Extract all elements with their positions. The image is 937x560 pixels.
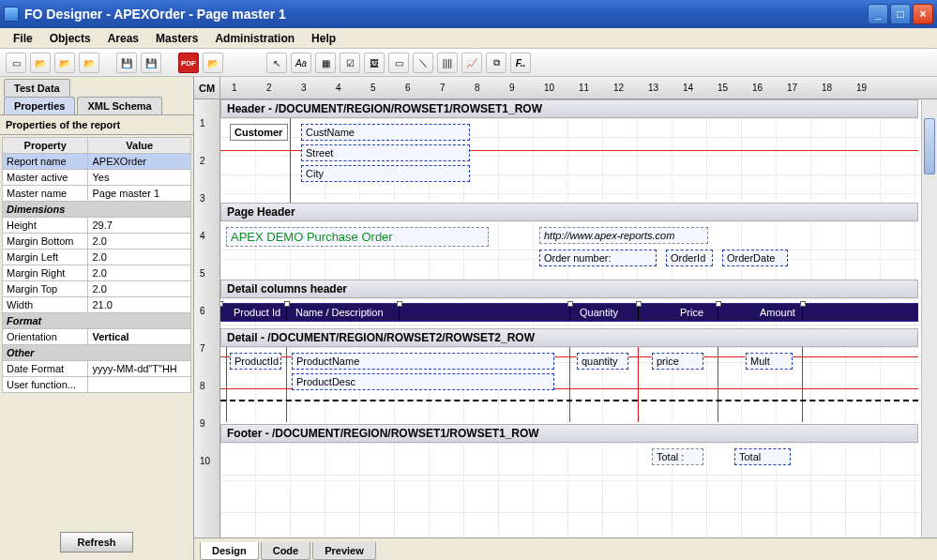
val-master-active[interactable]: Yes <box>88 170 191 186</box>
design-canvas[interactable]: Header - /DOCUMENT/REGION/ROWSET1/ROWSET… <box>220 99 937 537</box>
tab-test-data[interactable]: Test Data <box>4 79 70 97</box>
tab-xml-schema[interactable]: XML Schema <box>77 97 161 114</box>
region-detail[interactable]: Detail - /DOCUMENT/REGION/ROWSET2/ROWSET… <box>220 328 918 422</box>
prop-user-function[interactable]: User function... <box>3 377 88 393</box>
field-demo-title[interactable]: APEX DEMO Purchase Order <box>226 227 489 247</box>
val-margin-top[interactable]: 2.0 <box>88 281 191 297</box>
field-total[interactable]: Total <box>734 448 791 465</box>
prop-margin-top[interactable]: Margin Top <box>3 281 88 297</box>
menu-masters[interactable]: Masters <box>148 29 205 48</box>
menu-areas[interactable]: Areas <box>100 29 146 48</box>
prop-date-format[interactable]: Date Format <box>3 361 88 377</box>
val-orientation[interactable]: Vertical <box>88 329 191 345</box>
field-orderid[interactable]: OrderId <box>666 250 713 266</box>
save-as-icon[interactable]: 💾 <box>141 53 161 73</box>
tab-design[interactable]: Design <box>200 542 259 560</box>
val-margin-bottom[interactable]: 2.0 <box>88 234 191 250</box>
prop-margin-bottom[interactable]: Margin Bottom <box>3 234 88 250</box>
prop-report-name[interactable]: Report name <box>3 154 88 170</box>
prop-orientation[interactable]: Orientation <box>3 329 88 345</box>
field-url[interactable]: http://www.apex-reports.com <box>539 227 708 244</box>
prop-master-name[interactable]: Master name <box>3 186 88 202</box>
chart-icon[interactable]: 📈 <box>461 53 482 73</box>
prop-width[interactable]: Width <box>3 297 88 313</box>
menu-administration[interactable]: Administration <box>207 29 302 48</box>
prop-margin-left[interactable]: Margin Left <box>3 250 88 265</box>
line-icon[interactable]: ＼ <box>413 53 433 73</box>
open-icon[interactable]: 📂 <box>30 53 51 73</box>
rect-icon[interactable]: ▭ <box>388 53 409 73</box>
maximize-button[interactable]: □ <box>890 4 911 24</box>
window-title: FO Designer - APEXOrder - Page master 1 <box>24 7 868 22</box>
app-icon <box>4 7 19 22</box>
col-name: Name / Description <box>295 307 384 318</box>
region-page-header-title: Page Header <box>220 203 918 221</box>
region-detail-title: Detail - /DOCUMENT/REGION/ROWSET2/ROWSET… <box>220 328 918 347</box>
barcode-icon[interactable]: |||| <box>437 53 458 73</box>
design-pane: CM 12345678910111213141516171819 1234567… <box>194 77 937 560</box>
field-mult[interactable]: Mult <box>746 353 793 370</box>
close-button[interactable]: × <box>913 4 933 24</box>
col-price: Price <box>680 307 703 318</box>
text-icon[interactable]: Aa <box>291 53 311 73</box>
prop-margin-right[interactable]: Margin Right <box>3 265 88 281</box>
field-order-number-label[interactable]: Order number: <box>539 250 657 266</box>
cursor-icon[interactable]: ↖ <box>266 53 287 73</box>
prop-height[interactable]: Height <box>3 218 88 234</box>
open3-icon[interactable]: 📂 <box>79 53 99 73</box>
minimize-button[interactable]: _ <box>868 4 888 24</box>
val-user-function[interactable] <box>88 377 191 393</box>
region-detail-columns-header[interactable]: Detail columns header Product Id Name / … <box>220 280 918 326</box>
toolbar: ▭ 📂 📂 📂 💾 💾 PDF 📂 ↖ Aa ▦ ☑ 🖼 ▭ ＼ |||| 📈 … <box>0 49 937 77</box>
val-master-name[interactable]: Page master 1 <box>88 186 191 202</box>
field-custname[interactable]: CustName <box>301 124 470 141</box>
field-icon[interactable]: F.. <box>510 53 531 73</box>
menu-help[interactable]: Help <box>304 29 343 48</box>
open2-icon[interactable]: 📂 <box>54 53 75 73</box>
region-footer[interactable]: Footer - /DOCUMENT/REGION/ROWSET1/ROWSET… <box>220 424 918 490</box>
val-margin-left[interactable]: 2.0 <box>88 250 191 265</box>
pdf-icon[interactable]: PDF <box>178 53 199 73</box>
refresh-button[interactable]: Refresh <box>60 532 134 552</box>
val-height[interactable]: 29.7 <box>88 218 191 234</box>
field-productdesc[interactable]: ProductDesc <box>292 373 554 390</box>
scrollbar-thumb[interactable] <box>924 118 935 174</box>
val-margin-right[interactable]: 2.0 <box>88 265 191 281</box>
menu-objects[interactable]: Objects <box>42 29 98 48</box>
val-width[interactable]: 21.0 <box>88 297 191 313</box>
menubar: File Objects Areas Masters Administratio… <box>0 28 937 49</box>
export-icon[interactable]: 📂 <box>203 53 223 73</box>
tab-code[interactable]: Code <box>261 542 311 560</box>
field-customer-label[interactable]: Customer <box>230 124 288 141</box>
region-colhdr-title: Detail columns header <box>220 280 918 298</box>
save-icon[interactable]: 💾 <box>116 53 137 73</box>
menu-file[interactable]: File <box>6 29 40 48</box>
tab-preview[interactable]: Preview <box>312 542 376 560</box>
region-page-header[interactable]: Page Header APEX DEMO Purchase Order htt… <box>220 203 918 278</box>
vertical-ruler: 12345678910 <box>194 99 220 537</box>
grid-icon[interactable]: ▦ <box>315 53 336 73</box>
field-street[interactable]: Street <box>301 144 470 161</box>
vertical-scrollbar[interactable] <box>921 99 937 537</box>
val-report-name[interactable]: APEXOrder <box>88 154 191 170</box>
field-orderdate[interactable]: OrderDate <box>722 250 788 266</box>
field-total-label[interactable]: Total : <box>652 448 703 465</box>
checkbox-icon[interactable]: ☑ <box>340 53 360 73</box>
tab-properties[interactable]: Properties <box>4 97 75 114</box>
horizontal-ruler: 12345678910111213141516171819 <box>220 77 937 98</box>
link-icon[interactable]: ⧉ <box>486 53 506 73</box>
new-icon[interactable]: ▭ <box>6 53 26 73</box>
properties-header: Properties of the report <box>0 114 193 135</box>
ruler-unit: CM <box>194 77 220 98</box>
col-amount: Amount <box>760 307 795 318</box>
val-date-format[interactable]: yyyy-MM-dd"T"HH <box>88 361 191 377</box>
field-productname[interactable]: ProductName <box>292 353 554 370</box>
field-price[interactable]: price <box>652 353 703 370</box>
field-city[interactable]: City <box>301 165 470 182</box>
column-header-bar[interactable]: Product Id Name / Description Quantity P… <box>220 303 918 322</box>
prop-master-active[interactable]: Master active <box>3 170 88 186</box>
region-header[interactable]: Header - /DOCUMENT/REGION/ROWSET1/ROWSET… <box>220 99 918 203</box>
field-productid[interactable]: ProductId <box>230 353 281 370</box>
field-quantity[interactable]: quantity <box>577 353 628 370</box>
image-icon[interactable]: 🖼 <box>364 53 385 73</box>
